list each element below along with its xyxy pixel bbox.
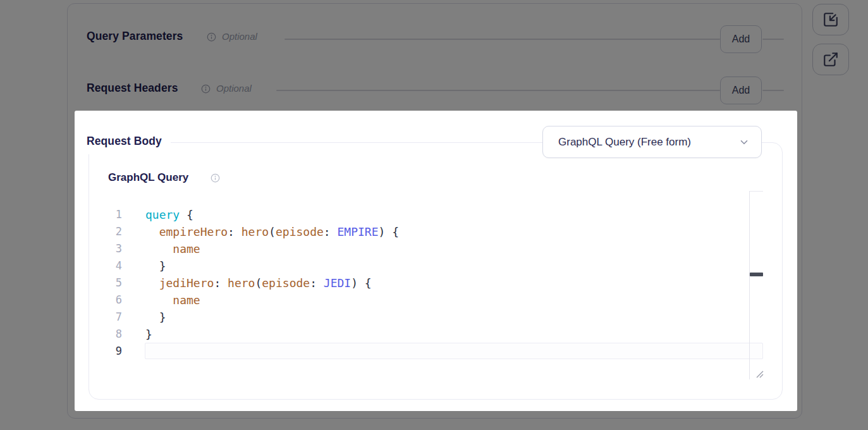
line-number: 2 (108, 223, 122, 240)
code-line: } (145, 326, 152, 343)
chevron-down-icon (738, 137, 750, 148)
body-type-selected-value: GraphQL Query (Free form) (558, 136, 738, 149)
code-line: jediHero: hero(episode: JEDI) { (145, 274, 372, 292)
code-line: empireHero: hero(episode: EMPIRE) { (145, 223, 399, 240)
query-parameters-label: Query Parameters (87, 30, 183, 43)
line-number: 7 (108, 309, 122, 326)
open-external-button[interactable] (812, 44, 849, 75)
code-line: query { (145, 206, 193, 223)
optional-badge: Optional (216, 83, 252, 94)
code-line: } (145, 309, 166, 326)
editor-resize-grip-icon[interactable] (755, 370, 764, 381)
divider (284, 39, 720, 40)
divider (762, 90, 784, 91)
add-button-label: Add (732, 85, 750, 96)
editor-border (749, 191, 763, 192)
line-number: 4 (108, 257, 122, 274)
info-icon[interactable] (207, 32, 216, 42)
code-line: name (145, 292, 200, 309)
request-body-label: Request Body (87, 135, 162, 148)
code-editor[interactable]: 123456789 query { empireHero: hero(episo… (108, 191, 763, 379)
info-icon[interactable] (201, 84, 211, 94)
line-number: 1 (108, 206, 122, 223)
active-line-highlight (145, 343, 763, 359)
divider (276, 90, 720, 91)
line-number: 9 (108, 343, 122, 360)
body-type-select[interactable]: GraphQL Query (Free form) (542, 126, 762, 158)
graphql-query-label: GraphQL Query (108, 171, 188, 184)
info-icon[interactable] (211, 173, 220, 183)
code-line: } (145, 257, 166, 274)
editor-resize-handle[interactable] (750, 273, 763, 276)
line-number: 5 (108, 274, 122, 292)
request-headers-label: Request Headers (87, 82, 178, 95)
optional-badge: Optional (222, 31, 257, 42)
external-link-icon (822, 51, 839, 68)
page: Query Parameters Optional Add Request He… (0, 0, 868, 430)
editor-right-border (749, 191, 750, 379)
code-line: name (145, 240, 200, 257)
edit-in-square-icon (822, 11, 839, 28)
add-query-parameter-button[interactable]: Add (720, 25, 762, 53)
edit-in-panel-button[interactable] (812, 4, 849, 35)
line-number: 6 (108, 292, 122, 309)
add-button-label: Add (732, 34, 750, 45)
divider (762, 39, 784, 40)
line-number: 8 (108, 326, 122, 343)
line-number: 3 (108, 240, 122, 257)
request-body-legend: Request Body (76, 128, 171, 154)
add-request-header-button[interactable]: Add (720, 77, 762, 104)
